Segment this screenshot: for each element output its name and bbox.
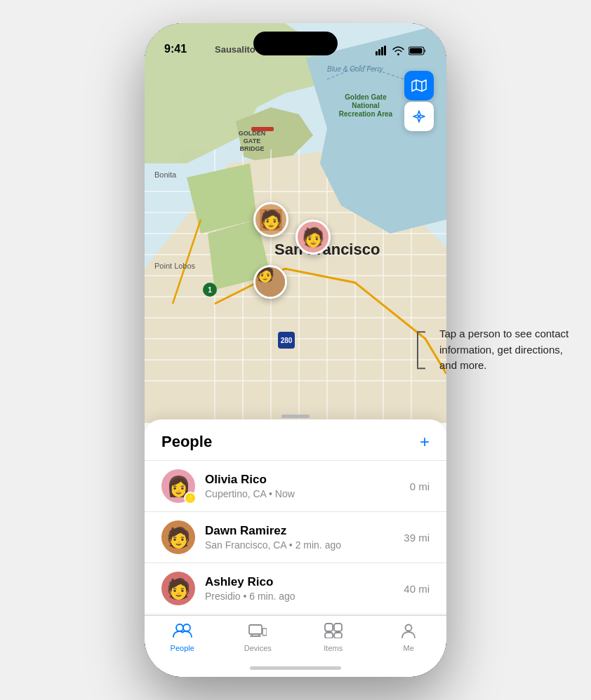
point-lobos-label: Point Lobos <box>154 262 195 270</box>
me-tab-icon <box>401 623 416 641</box>
person-item-olivia[interactable]: 👩 ⭐ Olivia Rico Cupertino, CA • Now 0 mi <box>145 460 446 511</box>
status-icons <box>376 46 427 55</box>
olivia-badge: ⭐ <box>184 492 197 504</box>
people-tab-icon <box>173 623 192 641</box>
hwy280-badge: 280 <box>278 332 295 349</box>
bracket-bottom-line <box>417 368 425 369</box>
svg-point-36 <box>406 625 412 631</box>
annotation-container: Tap a person to see contact information,… <box>437 326 570 374</box>
svg-point-27 <box>176 624 183 631</box>
person-location-olivia: Cupertino, CA • Now <box>205 488 410 499</box>
panel-header: People + <box>145 419 446 460</box>
person-avatar-olivia: 👩 ⭐ <box>161 469 195 503</box>
signal-icon <box>376 46 388 55</box>
svg-rect-32 <box>325 624 333 631</box>
dynamic-island <box>253 32 338 55</box>
svg-rect-1 <box>378 49 380 55</box>
home-indicator <box>250 666 341 670</box>
wifi-icon <box>392 46 404 55</box>
person-distance-ashley: 40 mi <box>404 583 430 595</box>
ashley-map-marker[interactable]: 🧑 <box>296 220 331 255</box>
devices-tab-icon <box>248 623 267 641</box>
blue-gold-label: Blue & Gold Ferry <box>327 65 383 73</box>
bottom-panel: People + 👩 ⭐ Olivia Rico Cupertino, <box>145 419 446 677</box>
status-time: 9:41 <box>164 43 187 55</box>
tab-label-items: Items <box>324 644 343 652</box>
map-controls <box>404 71 434 131</box>
person-location-dawn: San Francisco, CA • 2 min. ago <box>205 539 404 551</box>
person-distance-dawn: 39 mi <box>404 532 430 544</box>
svg-rect-2 <box>381 47 383 55</box>
tab-people[interactable]: People <box>145 623 220 652</box>
person-avatar-ashley: 🧑 <box>161 572 195 605</box>
gg-bridge-label: GOLDEN GATE BRIDGE <box>234 130 270 152</box>
svg-point-28 <box>183 624 190 631</box>
tab-devices[interactable]: Devices <box>220 623 296 652</box>
person-info-ashley: Ashley Rico Presidio • 6 min. ago <box>205 575 404 602</box>
items-tab-icon <box>324 623 343 641</box>
bonita-label: Bonita <box>154 170 176 179</box>
tab-label-me: Me <box>404 644 414 652</box>
location-button[interactable] <box>404 102 434 131</box>
svg-rect-3 <box>384 46 386 55</box>
map-area[interactable]: Sausalito Bonita Point Lobos GOLDEN GATE… <box>145 23 446 423</box>
map-view-button[interactable] <box>404 71 434 100</box>
phone-frame: 9:41 <box>145 23 446 677</box>
tab-me[interactable]: Me <box>371 623 447 652</box>
will-map-marker[interactable]: 🧑 <box>253 265 287 299</box>
bracket-vertical-line <box>417 332 418 368</box>
person-name-ashley: Ashley Rico <box>205 575 404 589</box>
person-name-dawn: Dawn Ramirez <box>205 524 404 538</box>
person-name-olivia: Olivia Rico <box>205 473 410 487</box>
drag-indicator[interactable] <box>281 415 310 418</box>
add-person-button[interactable]: + <box>420 432 430 452</box>
svg-rect-33 <box>334 624 342 631</box>
person-item-ashley[interactable]: 🧑 Ashley Rico Presidio • 6 min. ago 40 m… <box>145 563 446 614</box>
svg-rect-5 <box>410 48 423 53</box>
svg-rect-35 <box>334 633 342 638</box>
gg-natl-label: Golden Gate National Recreation Area <box>334 93 397 119</box>
svg-point-26 <box>418 115 420 118</box>
hwy1-badge: 1 <box>203 283 217 297</box>
svg-rect-0 <box>376 51 378 55</box>
svg-rect-34 <box>325 633 333 638</box>
map-background <box>145 23 446 423</box>
person-item-dawn[interactable]: 🧑 Dawn Ramirez San Francisco, CA • 2 min… <box>145 511 446 563</box>
tab-label-people: People <box>171 644 194 652</box>
panel-title: People <box>161 433 212 451</box>
svg-rect-29 <box>249 625 262 634</box>
person-location-ashley: Presidio • 6 min. ago <box>205 591 404 602</box>
dawn-map-marker[interactable]: 🧑 <box>253 202 288 237</box>
tab-label-devices: Devices <box>244 644 272 652</box>
person-info-olivia: Olivia Rico Cupertino, CA • Now <box>205 473 410 499</box>
people-list: 👩 ⭐ Olivia Rico Cupertino, CA • Now 0 mi <box>145 460 446 615</box>
person-avatar-dawn: 🧑 <box>161 520 195 554</box>
tab-items[interactable]: Items <box>296 623 371 652</box>
person-distance-olivia: 0 mi <box>410 480 430 492</box>
person-info-dawn: Dawn Ramirez San Francisco, CA • 2 min. … <box>205 524 404 551</box>
battery-icon <box>409 46 427 55</box>
annotation-text: Tap a person to see contact information,… <box>439 326 570 374</box>
svg-rect-31 <box>263 628 267 635</box>
